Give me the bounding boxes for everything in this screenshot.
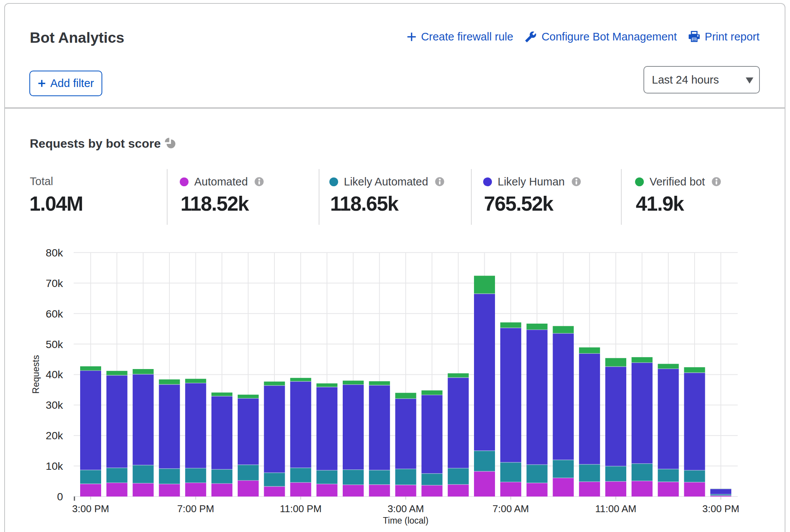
- svg-text:11:00 AM: 11:00 AM: [595, 503, 637, 514]
- svg-text:20k: 20k: [46, 430, 63, 442]
- svg-text:60k: 60k: [46, 308, 63, 320]
- svg-text:7:00 AM: 7:00 AM: [493, 503, 529, 514]
- svg-text:30k: 30k: [46, 399, 63, 411]
- svg-text:7:00 PM: 7:00 PM: [177, 503, 214, 514]
- svg-text:3:00 PM: 3:00 PM: [72, 503, 109, 514]
- svg-text:3:00 AM: 3:00 AM: [387, 503, 424, 514]
- svg-text:3:00 PM: 3:00 PM: [702, 503, 739, 514]
- svg-text:Time (local): Time (local): [383, 516, 428, 526]
- svg-text:40k: 40k: [46, 369, 63, 380]
- svg-text:80k: 80k: [46, 247, 63, 259]
- svg-text:Requests: Requests: [31, 355, 41, 393]
- svg-text:70k: 70k: [46, 277, 63, 289]
- svg-text:0: 0: [57, 491, 63, 503]
- svg-text:11:00 PM: 11:00 PM: [280, 503, 321, 514]
- svg-text:10k: 10k: [46, 460, 63, 472]
- svg-text:50k: 50k: [46, 339, 63, 350]
